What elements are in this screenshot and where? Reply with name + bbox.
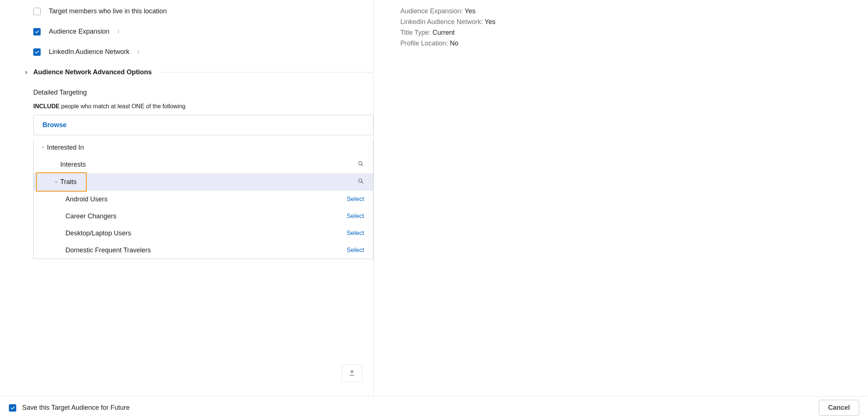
tree-label: Android Users xyxy=(65,195,347,203)
checkbox-linkedin-network[interactable] xyxy=(33,48,41,56)
svg-point-1 xyxy=(359,179,362,182)
chevron-right-icon xyxy=(24,70,29,75)
select-link[interactable]: Select xyxy=(347,246,364,254)
tree-label: Traits xyxy=(60,178,357,186)
tree-row-interested-in[interactable]: Interested In xyxy=(34,139,373,156)
summary-row: LinkedIn Audience Network: Yes xyxy=(400,18,868,26)
cancel-button[interactable]: Cancel xyxy=(819,400,859,416)
search-icon[interactable] xyxy=(357,160,364,169)
advanced-options-header[interactable]: Audience Network Advanced Options xyxy=(24,68,373,76)
summary-label: Title Type: xyxy=(400,29,431,36)
tree-row-interests[interactable]: Interests xyxy=(34,156,373,173)
select-link[interactable]: Select xyxy=(347,212,364,220)
footer-bar: Save this Target Audience for Future Can… xyxy=(0,396,868,419)
caret-down-icon xyxy=(52,180,60,184)
label-audience-expansion: Audience Expansion xyxy=(49,28,109,35)
tree-row-leaf[interactable]: Career Changers Select xyxy=(34,208,373,225)
include-description: INCLUDE people who match at least ONE of… xyxy=(33,103,373,110)
include-rest: people who match at least ONE of the fol… xyxy=(60,103,186,109)
save-audience-label: Save this Target Audience for Future xyxy=(22,404,130,412)
checkbox-audience-expansion[interactable] xyxy=(33,28,41,35)
info-icon[interactable]: i xyxy=(115,29,121,35)
checkbox-target-members[interactable] xyxy=(33,8,41,15)
tree-label: Domestic Frequent Travelers xyxy=(65,246,347,254)
tree-row-leaf[interactable]: Desktop/Laptop Users Select xyxy=(34,225,373,242)
include-bold: INCLUDE xyxy=(33,103,60,109)
summary-label: LinkedIn Audience Network: xyxy=(400,18,483,25)
summary-value: Current xyxy=(433,29,455,36)
advanced-options-label: Audience Network Advanced Options xyxy=(33,68,152,76)
select-link[interactable]: Select xyxy=(347,229,364,237)
detailed-targeting-header: Detailed Targeting xyxy=(33,89,373,96)
summary-value: Yes xyxy=(465,7,475,15)
tree-row-traits[interactable]: Traits xyxy=(34,173,373,191)
summary-label: Audience Expansion: xyxy=(400,7,463,15)
tree-label: Career Changers xyxy=(65,212,347,220)
summary-panel: Audience Expansion: Yes LinkedIn Audienc… xyxy=(374,0,868,419)
summary-value: No xyxy=(450,40,458,47)
summary-label: Profile Location: xyxy=(400,40,448,47)
tree-label: Interests xyxy=(60,161,357,168)
option-target-members-row: Target members who live in this location xyxy=(33,7,373,15)
divider xyxy=(161,72,373,72)
targeting-tree: Interested In Interests Traits xyxy=(33,139,373,259)
browse-box: Browse xyxy=(33,115,373,135)
info-icon[interactable]: i xyxy=(135,49,141,55)
tree-label: Interested In xyxy=(47,144,368,151)
option-linkedin-network-row: LinkedIn Audience Network i xyxy=(33,48,373,56)
summary-value: Yes xyxy=(485,18,495,25)
option-audience-expansion-row: Audience Expansion i xyxy=(33,28,373,35)
svg-point-0 xyxy=(359,161,362,165)
browse-link[interactable]: Browse xyxy=(43,121,67,129)
tree-label: Desktop/Laptop Users xyxy=(65,229,347,237)
upload-button[interactable] xyxy=(342,364,362,382)
caret-down-icon xyxy=(39,145,47,150)
summary-row: Title Type: Current xyxy=(400,29,868,37)
checkbox-save-audience[interactable] xyxy=(9,404,16,412)
label-target-members: Target members who live in this location xyxy=(49,7,167,15)
search-icon[interactable] xyxy=(357,178,364,186)
summary-row: Audience Expansion: Yes xyxy=(400,7,868,15)
summary-row: Profile Location: No xyxy=(400,40,868,47)
tree-row-leaf[interactable]: Domestic Frequent Travelers Select xyxy=(34,242,373,259)
select-link[interactable]: Select xyxy=(347,195,364,203)
tree-row-leaf[interactable]: Android Users Select xyxy=(34,191,373,208)
label-linkedin-network: LinkedIn Audience Network xyxy=(49,48,129,56)
